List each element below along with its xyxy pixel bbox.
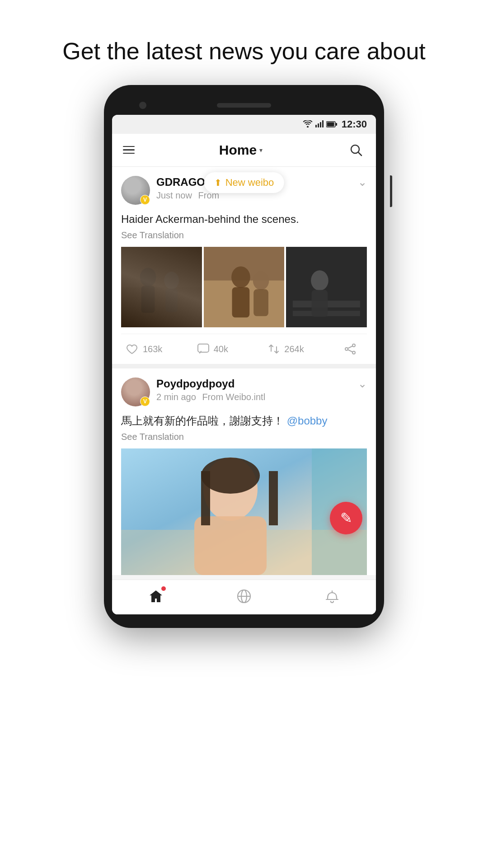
post-image-1[interactable] — [121, 247, 202, 328]
repost-icon — [267, 342, 281, 356]
app-title: Home — [219, 142, 257, 158]
explore-icon — [235, 587, 253, 605]
svg-point-11 — [140, 268, 156, 287]
page-headline: Get the latest news you care about — [35, 0, 453, 85]
dropdown-arrow-icon: ▾ — [259, 146, 263, 154]
svg-rect-2 — [320, 122, 321, 127]
svg-point-29 — [345, 348, 348, 350]
svg-point-19 — [253, 271, 269, 290]
nav-notifications[interactable] — [323, 587, 341, 605]
action-bar: 163k 40k — [121, 334, 367, 364]
share-action[interactable] — [338, 342, 362, 356]
home-icon — [147, 587, 165, 605]
post-image-large[interactable] — [121, 448, 367, 575]
post-timestamp: Just now — [156, 190, 192, 200]
search-button[interactable] — [347, 141, 365, 159]
svg-rect-12 — [141, 286, 155, 313]
comment-icon — [197, 342, 210, 356]
svg-rect-1 — [318, 123, 319, 127]
svg-rect-18 — [232, 287, 249, 317]
title-wrap[interactable]: Home ▾ — [219, 142, 263, 158]
post-meta-2: Poydpoydpoyd 2 min ago From Weibo.intl — [156, 377, 358, 402]
post-image-3[interactable] — [286, 247, 367, 328]
post-header-2: V Poydpoydpoyd 2 min ago From Weibo.intl… — [121, 377, 367, 406]
svg-point-13 — [164, 272, 179, 289]
phone-screen: 12:30 Home ▾ — [112, 115, 376, 615]
svg-point-17 — [231, 266, 250, 288]
nav-explore[interactable] — [235, 587, 253, 605]
post-card-2: V Poydpoydpoyd 2 min ago From Weibo.intl… — [112, 368, 376, 575]
post-subline-2: 2 min ago From Weibo.intl — [156, 392, 358, 402]
post-images — [121, 247, 367, 328]
see-translation-button[interactable]: See Translation — [121, 230, 367, 241]
svg-line-8 — [358, 152, 361, 156]
post-text-content: 馬上就有新的作品啦，謝謝支持！ — [121, 415, 284, 427]
post-source-2: From Weibo.intl — [202, 392, 265, 402]
post-options-icon-2[interactable]: ⌄ — [358, 377, 367, 390]
comment-count: 40k — [214, 344, 228, 354]
compose-icon: ✎ — [340, 509, 352, 527]
app-bar: Home ▾ — [112, 134, 376, 167]
bottom-nav — [112, 580, 376, 614]
share-icon — [343, 342, 357, 356]
post-username-2[interactable]: Poydpoydpoyd — [156, 377, 358, 390]
signal-icon — [315, 118, 324, 130]
like-icon — [126, 342, 139, 356]
phone-side-button — [390, 175, 392, 207]
comment-action[interactable]: 40k — [197, 342, 267, 356]
svg-line-30 — [348, 346, 352, 349]
svg-point-28 — [352, 351, 355, 354]
post-mention[interactable]: @bobby — [287, 415, 328, 427]
phone-top — [112, 99, 376, 115]
notification-dot — [161, 586, 166, 591]
post-options-icon[interactable]: ⌄ — [358, 176, 367, 189]
post-text-2: 馬上就有新的作品啦，謝謝支持！ @bobby — [121, 413, 367, 429]
repost-action[interactable]: 264k — [267, 342, 338, 356]
bell-icon — [323, 587, 341, 605]
svg-rect-26 — [198, 344, 209, 352]
feed: ⬆ New weibo V GDRAGON Just now F — [112, 167, 376, 576]
post-timestamp-2: 2 min ago — [156, 392, 196, 402]
svg-point-24 — [311, 270, 328, 291]
status-icons: 12:30 — [303, 118, 367, 130]
vip-badge: V — [140, 195, 150, 205]
phone-speaker — [217, 103, 271, 108]
nav-home[interactable] — [147, 587, 165, 605]
like-action[interactable]: 163k — [126, 342, 197, 356]
avatar[interactable]: V — [121, 176, 150, 205]
svg-rect-9 — [121, 247, 202, 328]
svg-rect-14 — [165, 288, 178, 312]
wifi-icon — [303, 118, 313, 130]
battery-icon — [326, 118, 337, 130]
svg-point-27 — [352, 344, 355, 347]
svg-rect-6 — [336, 123, 337, 126]
svg-rect-0 — [315, 125, 317, 127]
status-bar: 12:30 — [112, 115, 376, 134]
compose-fab[interactable]: ✎ — [330, 502, 362, 534]
repost-count: 264k — [284, 344, 304, 354]
post-card: ⬆ New weibo V GDRAGON Just now F — [112, 167, 376, 364]
svg-rect-5 — [327, 122, 334, 126]
svg-rect-20 — [253, 289, 268, 316]
new-weibo-label: New weibo — [225, 177, 274, 189]
post-image-poyd — [121, 448, 367, 575]
phone-camera — [139, 102, 146, 109]
svg-rect-38 — [201, 471, 210, 525]
time-display: 12:30 — [342, 118, 367, 130]
phone-frame: 12:30 Home ▾ — [104, 85, 384, 628]
svg-rect-25 — [312, 290, 328, 317]
like-count: 163k — [143, 344, 162, 354]
svg-rect-39 — [269, 471, 278, 525]
hamburger-menu[interactable] — [123, 146, 135, 154]
post-text: Haider Ackerman-behind the scenes. — [121, 211, 367, 227]
post-image-2[interactable] — [204, 247, 285, 328]
see-translation-button-2[interactable]: See Translation — [121, 432, 367, 442]
vip-badge-2: V — [140, 396, 150, 406]
arrow-up-icon: ⬆ — [214, 177, 222, 188]
new-weibo-toast[interactable]: ⬆ New weibo — [204, 172, 284, 193]
svg-rect-3 — [322, 120, 324, 127]
svg-rect-10 — [121, 287, 202, 327]
avatar-2[interactable]: V — [121, 377, 150, 406]
svg-line-31 — [348, 350, 352, 352]
